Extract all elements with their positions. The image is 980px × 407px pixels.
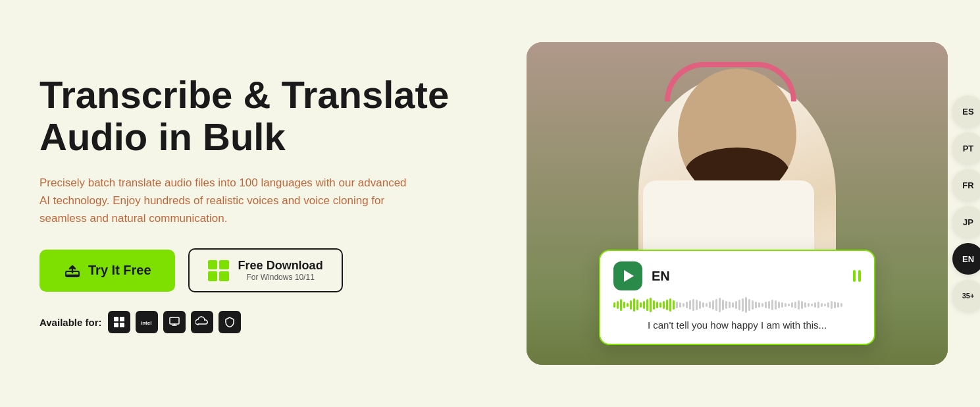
waveform-bar: [837, 302, 839, 308]
waveform-bar: [706, 303, 708, 307]
waveform-bar: [712, 300, 714, 310]
svg-rect-2: [120, 317, 124, 321]
svg-rect-6: [170, 317, 179, 324]
pause-bar-1: [853, 270, 856, 282]
play-button[interactable]: [613, 261, 642, 290]
waveform-bar: [620, 299, 622, 311]
waveform-bar: [683, 303, 684, 307]
waveform-bar: [702, 302, 704, 308]
language-badge-en[interactable]: EN: [952, 243, 980, 275]
waveform-bar: [715, 299, 717, 311]
waveform-bar: [613, 302, 615, 308]
language-badge-jp[interactable]: JP: [952, 206, 980, 238]
waveform-bar: [794, 302, 796, 308]
available-label: Available for:: [39, 317, 101, 328]
waveform-bar: [817, 302, 819, 308]
waveform-bar: [653, 300, 655, 310]
waveform-bar: [821, 303, 823, 307]
waveform-bar: [686, 302, 688, 308]
headline-line1: Transcribe & Translate: [39, 73, 449, 116]
pause-icon: [853, 270, 861, 282]
waveform-bar: [768, 301, 770, 309]
download-button[interactable]: Free Download For Windows 10/11: [188, 248, 343, 292]
waveform-bar: [729, 302, 731, 308]
waveform-bar: [722, 300, 724, 310]
waveform-bar: [636, 300, 638, 310]
waveform-bar: [804, 302, 806, 308]
waveform-bar: [646, 299, 648, 311]
pause-bar-2: [858, 270, 861, 282]
waveform-bar: [709, 302, 711, 308]
waveform-bar: [752, 300, 754, 310]
download-main-label: Free Download: [238, 259, 323, 273]
buttons-row: Try It Free Free Download For Windows 10…: [39, 248, 487, 292]
waveform-bar: [633, 298, 635, 312]
cloud-platform-icon: [191, 311, 213, 333]
waveform-bar: [798, 300, 800, 310]
available-row: Available for: intel: [39, 311, 487, 333]
waveform-bar: [656, 302, 658, 308]
waveform-bar: [650, 298, 652, 312]
play-icon: [624, 270, 634, 282]
headline-line2: Audio in Bulk: [39, 115, 286, 158]
platform-icons: intel: [108, 311, 241, 333]
waveform-bar: [663, 301, 665, 309]
waveform-bar: [742, 298, 744, 312]
audio-card-top: EN: [613, 261, 861, 290]
waveform-bar: [808, 303, 810, 307]
waveform-bar: [738, 300, 740, 310]
waveform-bar: [640, 302, 642, 308]
svg-rect-4: [120, 323, 124, 327]
try-free-button[interactable]: Try It Free: [39, 250, 175, 292]
waveform-bar: [791, 302, 793, 308]
svg-rect-3: [114, 323, 118, 327]
waveform-bar: [834, 302, 836, 308]
windows-icon: [208, 260, 229, 281]
waveform-bar: [689, 300, 691, 310]
waveform-bar: [732, 302, 734, 308]
waveform-bar: [666, 300, 668, 310]
waveform-bar: [811, 304, 813, 306]
left-section: Transcribe & Translate Audio in Bulk Pre…: [39, 74, 487, 333]
language-badge-fr[interactable]: FR: [952, 169, 980, 201]
waveform-bar: [778, 302, 780, 308]
waveform-bar: [748, 299, 750, 311]
audio-subtitle: I can't tell you how happy I am with thi…: [613, 319, 861, 331]
waveform-bar: [692, 299, 694, 311]
right-section: EN I can't tell you how happy I am with …: [527, 42, 948, 365]
language-badge-pt[interactable]: PT: [952, 132, 980, 164]
waveform-bar: [840, 303, 842, 307]
waveform-bar: [758, 302, 760, 308]
waveform-bar: [788, 304, 790, 306]
waveform-bar: [771, 300, 773, 310]
waveform: [613, 297, 861, 313]
page-container: Transcribe & Translate Audio in Bulk Pre…: [0, 0, 980, 407]
headline: Transcribe & Translate Audio in Bulk: [39, 74, 487, 158]
waveform-bar: [827, 302, 829, 308]
waveform-bar: [696, 300, 698, 310]
monitor-platform-icon: [163, 311, 186, 333]
waveform-bar: [669, 298, 671, 312]
waveform-bar: [719, 298, 721, 312]
waveform-bar: [801, 301, 803, 309]
shield-platform-icon: [219, 311, 241, 333]
audio-left: EN: [613, 261, 670, 290]
language-badge-35+[interactable]: 35+: [952, 280, 980, 312]
waveform-bar: [676, 302, 678, 308]
waveform-bar: [643, 301, 645, 309]
waveform-bar: [745, 297, 747, 313]
language-badge-es[interactable]: ES: [952, 95, 980, 127]
try-button-label: Try It Free: [88, 263, 151, 278]
download-sub-label: For Windows 10/11: [238, 273, 323, 282]
waveform-bar: [627, 303, 629, 307]
waveform-bar: [673, 300, 675, 310]
waveform-bar: [617, 301, 619, 309]
waveform-bar: [785, 303, 787, 307]
waveform-bar: [630, 300, 632, 310]
waveform-bar: [755, 302, 757, 308]
waveform-bar: [824, 304, 826, 306]
waveform-bar: [781, 302, 783, 308]
intel-platform-icon: intel: [136, 311, 158, 333]
audio-player-card: EN I can't tell you how happy I am with …: [599, 250, 875, 345]
waveform-bar: [679, 302, 681, 308]
